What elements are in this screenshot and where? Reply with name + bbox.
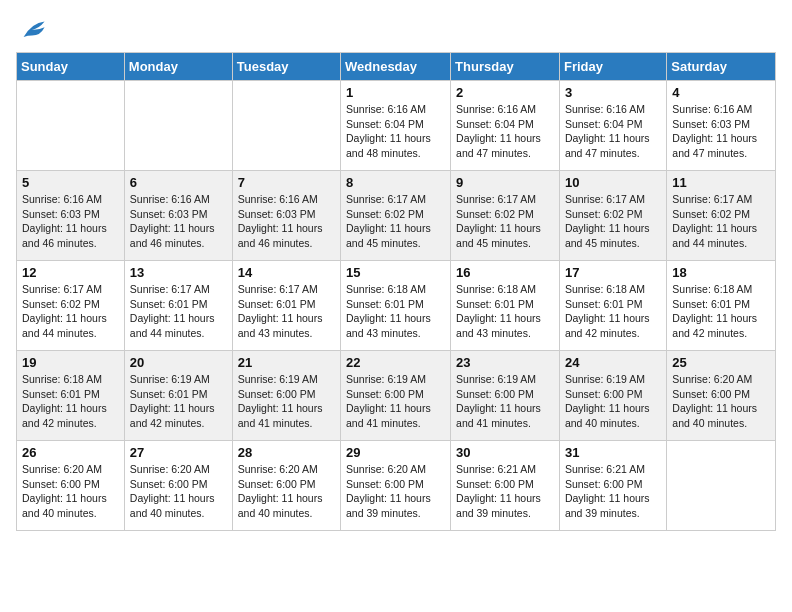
day-number: 31 <box>565 445 661 460</box>
day-header-saturday: Saturday <box>667 53 776 81</box>
calendar-cell: 22Sunrise: 6:19 AM Sunset: 6:00 PM Dayli… <box>341 351 451 441</box>
day-number: 19 <box>22 355 119 370</box>
calendar-cell <box>232 81 340 171</box>
calendar-cell: 21Sunrise: 6:19 AM Sunset: 6:00 PM Dayli… <box>232 351 340 441</box>
calendar-cell: 28Sunrise: 6:20 AM Sunset: 6:00 PM Dayli… <box>232 441 340 531</box>
calendar-header-row: SundayMondayTuesdayWednesdayThursdayFrid… <box>17 53 776 81</box>
week-row-3: 12Sunrise: 6:17 AM Sunset: 6:02 PM Dayli… <box>17 261 776 351</box>
day-info: Sunrise: 6:16 AM Sunset: 6:03 PM Dayligh… <box>22 192 119 251</box>
calendar-cell: 27Sunrise: 6:20 AM Sunset: 6:00 PM Dayli… <box>124 441 232 531</box>
day-info: Sunrise: 6:17 AM Sunset: 6:01 PM Dayligh… <box>130 282 227 341</box>
calendar-cell: 14Sunrise: 6:17 AM Sunset: 6:01 PM Dayli… <box>232 261 340 351</box>
calendar-table: SundayMondayTuesdayWednesdayThursdayFrid… <box>16 52 776 531</box>
week-row-1: 1Sunrise: 6:16 AM Sunset: 6:04 PM Daylig… <box>17 81 776 171</box>
day-number: 5 <box>22 175 119 190</box>
day-number: 22 <box>346 355 445 370</box>
day-number: 6 <box>130 175 227 190</box>
calendar-cell: 15Sunrise: 6:18 AM Sunset: 6:01 PM Dayli… <box>341 261 451 351</box>
day-info: Sunrise: 6:18 AM Sunset: 6:01 PM Dayligh… <box>672 282 770 341</box>
day-number: 21 <box>238 355 335 370</box>
calendar-cell: 29Sunrise: 6:20 AM Sunset: 6:00 PM Dayli… <box>341 441 451 531</box>
calendar-cell: 20Sunrise: 6:19 AM Sunset: 6:01 PM Dayli… <box>124 351 232 441</box>
day-info: Sunrise: 6:18 AM Sunset: 6:01 PM Dayligh… <box>565 282 661 341</box>
calendar-cell: 10Sunrise: 6:17 AM Sunset: 6:02 PM Dayli… <box>559 171 666 261</box>
day-number: 9 <box>456 175 554 190</box>
calendar-cell: 2Sunrise: 6:16 AM Sunset: 6:04 PM Daylig… <box>451 81 560 171</box>
calendar-cell: 30Sunrise: 6:21 AM Sunset: 6:00 PM Dayli… <box>451 441 560 531</box>
calendar-cell: 25Sunrise: 6:20 AM Sunset: 6:00 PM Dayli… <box>667 351 776 441</box>
day-header-thursday: Thursday <box>451 53 560 81</box>
day-info: Sunrise: 6:19 AM Sunset: 6:00 PM Dayligh… <box>238 372 335 431</box>
day-number: 29 <box>346 445 445 460</box>
calendar-cell: 12Sunrise: 6:17 AM Sunset: 6:02 PM Dayli… <box>17 261 125 351</box>
calendar-cell: 4Sunrise: 6:16 AM Sunset: 6:03 PM Daylig… <box>667 81 776 171</box>
day-number: 15 <box>346 265 445 280</box>
day-number: 28 <box>238 445 335 460</box>
calendar-cell: 3Sunrise: 6:16 AM Sunset: 6:04 PM Daylig… <box>559 81 666 171</box>
day-number: 20 <box>130 355 227 370</box>
day-number: 10 <box>565 175 661 190</box>
day-number: 14 <box>238 265 335 280</box>
day-number: 12 <box>22 265 119 280</box>
day-info: Sunrise: 6:19 AM Sunset: 6:00 PM Dayligh… <box>565 372 661 431</box>
day-info: Sunrise: 6:17 AM Sunset: 6:02 PM Dayligh… <box>456 192 554 251</box>
day-info: Sunrise: 6:16 AM Sunset: 6:04 PM Dayligh… <box>346 102 445 161</box>
day-info: Sunrise: 6:20 AM Sunset: 6:00 PM Dayligh… <box>130 462 227 521</box>
calendar-cell: 16Sunrise: 6:18 AM Sunset: 6:01 PM Dayli… <box>451 261 560 351</box>
day-info: Sunrise: 6:16 AM Sunset: 6:03 PM Dayligh… <box>238 192 335 251</box>
day-number: 8 <box>346 175 445 190</box>
day-header-sunday: Sunday <box>17 53 125 81</box>
calendar-cell: 9Sunrise: 6:17 AM Sunset: 6:02 PM Daylig… <box>451 171 560 261</box>
day-info: Sunrise: 6:17 AM Sunset: 6:02 PM Dayligh… <box>565 192 661 251</box>
day-number: 16 <box>456 265 554 280</box>
day-number: 17 <box>565 265 661 280</box>
calendar-cell: 13Sunrise: 6:17 AM Sunset: 6:01 PM Dayli… <box>124 261 232 351</box>
calendar-cell: 26Sunrise: 6:20 AM Sunset: 6:00 PM Dayli… <box>17 441 125 531</box>
week-row-2: 5Sunrise: 6:16 AM Sunset: 6:03 PM Daylig… <box>17 171 776 261</box>
day-number: 3 <box>565 85 661 100</box>
calendar-cell <box>17 81 125 171</box>
day-info: Sunrise: 6:16 AM Sunset: 6:04 PM Dayligh… <box>456 102 554 161</box>
calendar-cell: 7Sunrise: 6:16 AM Sunset: 6:03 PM Daylig… <box>232 171 340 261</box>
calendar-cell: 19Sunrise: 6:18 AM Sunset: 6:01 PM Dayli… <box>17 351 125 441</box>
logo <box>16 16 46 44</box>
day-info: Sunrise: 6:16 AM Sunset: 6:03 PM Dayligh… <box>130 192 227 251</box>
day-info: Sunrise: 6:21 AM Sunset: 6:00 PM Dayligh… <box>456 462 554 521</box>
calendar-cell: 11Sunrise: 6:17 AM Sunset: 6:02 PM Dayli… <box>667 171 776 261</box>
day-number: 18 <box>672 265 770 280</box>
day-info: Sunrise: 6:17 AM Sunset: 6:01 PM Dayligh… <box>238 282 335 341</box>
day-number: 30 <box>456 445 554 460</box>
day-info: Sunrise: 6:20 AM Sunset: 6:00 PM Dayligh… <box>672 372 770 431</box>
day-info: Sunrise: 6:19 AM Sunset: 6:00 PM Dayligh… <box>346 372 445 431</box>
day-info: Sunrise: 6:17 AM Sunset: 6:02 PM Dayligh… <box>22 282 119 341</box>
calendar-cell: 18Sunrise: 6:18 AM Sunset: 6:01 PM Dayli… <box>667 261 776 351</box>
week-row-5: 26Sunrise: 6:20 AM Sunset: 6:00 PM Dayli… <box>17 441 776 531</box>
day-number: 23 <box>456 355 554 370</box>
day-info: Sunrise: 6:18 AM Sunset: 6:01 PM Dayligh… <box>456 282 554 341</box>
calendar-cell: 6Sunrise: 6:16 AM Sunset: 6:03 PM Daylig… <box>124 171 232 261</box>
calendar-cell: 1Sunrise: 6:16 AM Sunset: 6:04 PM Daylig… <box>341 81 451 171</box>
calendar-cell: 24Sunrise: 6:19 AM Sunset: 6:00 PM Dayli… <box>559 351 666 441</box>
calendar-cell: 31Sunrise: 6:21 AM Sunset: 6:00 PM Dayli… <box>559 441 666 531</box>
day-info: Sunrise: 6:18 AM Sunset: 6:01 PM Dayligh… <box>22 372 119 431</box>
calendar-cell <box>124 81 232 171</box>
day-number: 11 <box>672 175 770 190</box>
calendar-cell: 23Sunrise: 6:19 AM Sunset: 6:00 PM Dayli… <box>451 351 560 441</box>
calendar-cell: 17Sunrise: 6:18 AM Sunset: 6:01 PM Dayli… <box>559 261 666 351</box>
day-number: 2 <box>456 85 554 100</box>
day-number: 1 <box>346 85 445 100</box>
day-info: Sunrise: 6:20 AM Sunset: 6:00 PM Dayligh… <box>22 462 119 521</box>
day-info: Sunrise: 6:16 AM Sunset: 6:03 PM Dayligh… <box>672 102 770 161</box>
day-info: Sunrise: 6:20 AM Sunset: 6:00 PM Dayligh… <box>346 462 445 521</box>
calendar-cell: 8Sunrise: 6:17 AM Sunset: 6:02 PM Daylig… <box>341 171 451 261</box>
day-info: Sunrise: 6:19 AM Sunset: 6:01 PM Dayligh… <box>130 372 227 431</box>
day-info: Sunrise: 6:19 AM Sunset: 6:00 PM Dayligh… <box>456 372 554 431</box>
day-info: Sunrise: 6:21 AM Sunset: 6:00 PM Dayligh… <box>565 462 661 521</box>
day-header-wednesday: Wednesday <box>341 53 451 81</box>
logo-bird-icon <box>18 16 46 44</box>
week-row-4: 19Sunrise: 6:18 AM Sunset: 6:01 PM Dayli… <box>17 351 776 441</box>
day-number: 13 <box>130 265 227 280</box>
day-info: Sunrise: 6:17 AM Sunset: 6:02 PM Dayligh… <box>346 192 445 251</box>
day-header-tuesday: Tuesday <box>232 53 340 81</box>
day-number: 7 <box>238 175 335 190</box>
